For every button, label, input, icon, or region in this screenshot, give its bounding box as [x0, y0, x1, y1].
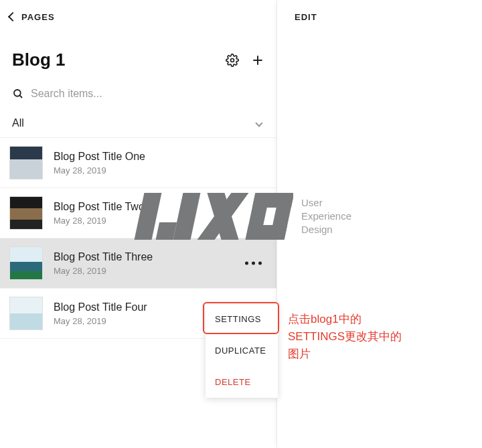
- search-icon: [12, 88, 24, 100]
- post-date: May 28, 2019: [54, 165, 145, 175]
- svg-point-0: [231, 58, 234, 62]
- more-icon[interactable]: [245, 262, 262, 265]
- edit-button[interactable]: EDIT: [277, 0, 482, 33]
- filter-dropdown[interactable]: All: [0, 109, 276, 138]
- chevron-down-icon: [255, 119, 262, 127]
- post-thumbnail: [9, 246, 43, 280]
- context-menu: SETTINGS DUPLICATE DELETE: [206, 303, 278, 398]
- post-thumbnail: [9, 146, 43, 179]
- title-row: Blog 1: [0, 33, 276, 82]
- filter-label: All: [12, 117, 24, 129]
- list-item[interactable]: Blog Post Title One May 28, 2019: [0, 138, 276, 188]
- post-title: Blog Post Title Two: [54, 201, 145, 213]
- back-to-pages[interactable]: PAGES: [0, 0, 276, 33]
- post-body: Blog Post Title One May 28, 2019: [54, 151, 145, 175]
- ctx-settings[interactable]: SETTINGS: [206, 303, 278, 335]
- post-body: Blog Post Title Four May 28, 2019: [54, 301, 147, 326]
- title-actions: [226, 54, 264, 67]
- gear-icon[interactable]: [226, 54, 239, 67]
- list-item[interactable]: Blog Post Title Two May 28, 2019: [0, 188, 276, 238]
- post-title: Blog Post Title Four: [54, 301, 147, 313]
- post-date: May 28, 2019: [54, 216, 145, 226]
- back-label: PAGES: [21, 12, 55, 22]
- page-title: Blog 1: [12, 50, 65, 70]
- post-date: May 28, 2019: [54, 316, 147, 326]
- ctx-duplicate[interactable]: DUPLICATE: [206, 335, 278, 366]
- search-row: [0, 82, 276, 109]
- post-body: Blog Post Title Three May 28, 2019: [54, 251, 153, 276]
- app-root: PAGES Blog 1: [0, 0, 482, 448]
- post-title: Blog Post Title Three: [54, 251, 153, 263]
- post-thumbnail: [9, 196, 43, 230]
- chevron-left-icon: [8, 12, 17, 21]
- post-thumbnail: [9, 297, 43, 330]
- svg-line-4: [19, 95, 22, 98]
- post-title: Blog Post Title One: [54, 151, 145, 163]
- post-date: May 28, 2019: [54, 266, 153, 276]
- edit-label: EDIT: [295, 12, 317, 22]
- list-item[interactable]: Blog Post Title Three May 28, 2019: [0, 238, 276, 289]
- svg-point-3: [14, 90, 21, 96]
- right-panel: EDIT: [276, 0, 482, 448]
- ctx-delete[interactable]: DELETE: [206, 366, 278, 398]
- post-body: Blog Post Title Two May 28, 2019: [54, 201, 145, 226]
- search-input[interactable]: [31, 88, 264, 100]
- plus-icon[interactable]: [251, 54, 264, 67]
